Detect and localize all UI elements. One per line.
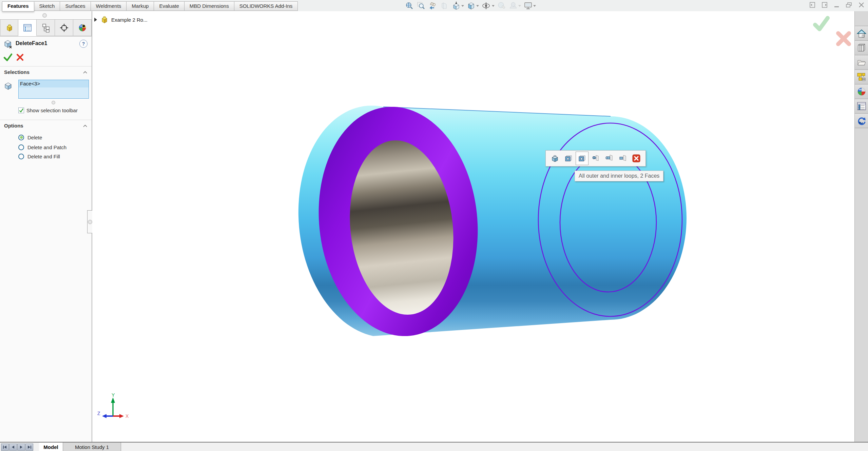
display-style-caret[interactable] — [476, 5, 479, 7]
tab-configurationmanager[interactable] — [37, 19, 55, 36]
menu-tab-markup[interactable]: Markup — [127, 1, 154, 11]
command-manager-tabs: Features Sketch Surfaces Weldments Marku… — [2, 1, 298, 12]
radio-delete-and-fill[interactable] — [18, 154, 24, 159]
tab-featuremanager-design-tree[interactable] — [0, 19, 18, 36]
show-selection-toolbar-row: Show selection toolbar — [18, 107, 78, 113]
confirmation-corner-cancel[interactable] — [835, 30, 852, 47]
divider — [0, 66, 92, 66]
task-pane-solidworks-resources[interactable] — [855, 114, 868, 128]
triad-z-label: Z — [97, 411, 100, 416]
tab-propertymanager[interactable] — [18, 19, 37, 36]
restore-icon[interactable] — [846, 2, 852, 8]
scroll-last-button[interactable] — [25, 444, 33, 451]
window-controls — [809, 2, 865, 8]
apply-scene-icon[interactable] — [508, 1, 522, 11]
listbox-resize-handle[interactable] — [52, 101, 55, 104]
document-name[interactable]: Example 2 Ro... — [111, 17, 148, 23]
menu-tab-surfaces[interactable]: Surfaces — [60, 1, 91, 11]
view-orientation-caret[interactable] — [461, 5, 464, 7]
close-icon[interactable] — [858, 2, 865, 8]
radio-delete[interactable] — [18, 135, 24, 140]
tab-displaymanager[interactable] — [73, 19, 92, 36]
manager-pane-tabs — [0, 19, 92, 37]
radio-delete-and-patch[interactable] — [18, 144, 24, 150]
scroll-first-button[interactable] — [1, 444, 9, 451]
scroll-previous-button[interactable] — [9, 444, 17, 451]
tab-model[interactable]: Model — [39, 443, 63, 451]
menu-tab-features[interactable]: Features — [2, 1, 34, 12]
selections-group-header[interactable]: Selections — [0, 68, 92, 77]
task-pane-file-explorer[interactable] — [855, 55, 868, 70]
confirmation-corner-ok[interactable] — [812, 15, 830, 33]
select-outer-loops-button[interactable] — [562, 152, 575, 165]
help-icon[interactable]: ? — [79, 40, 88, 48]
extend-selection-boss-button[interactable] — [603, 152, 616, 165]
hide-show-items-icon[interactable] — [481, 1, 495, 11]
collapse-panel-right-icon[interactable] — [822, 2, 828, 8]
task-pane-design-library[interactable] — [855, 41, 868, 55]
solidworks-window: Features Sketch Surfaces Weldments Marku… — [0, 0, 868, 451]
select-all-outer-and-inner-loops-button[interactable] — [576, 152, 589, 165]
extend-selection-plug-button[interactable] — [589, 152, 602, 165]
apply-scene-caret[interactable] — [518, 5, 521, 7]
menu-tab-sketch[interactable]: Sketch — [34, 1, 60, 11]
triad-x-label: X — [126, 413, 129, 419]
face-selection-icon — [4, 82, 13, 91]
show-selection-toolbar-label: Show selection toolbar — [26, 107, 78, 113]
edit-appearance-icon[interactable] — [497, 1, 507, 11]
options-group-header[interactable]: Options — [0, 122, 92, 131]
expand-tree-arrow-icon[interactable] — [94, 18, 97, 22]
part-document-icon — [100, 15, 109, 24]
selection-tooltip: All outer and inner loops, 2 Faces — [575, 171, 663, 181]
task-pane — [854, 11, 868, 442]
model-tabs-bar: Model Motion Study 1 — [0, 442, 868, 451]
face-selection-listbox[interactable]: Face<3> — [18, 80, 89, 99]
menu-tab-solidworks-addins[interactable]: SOLIDWORKS Add-Ins — [234, 1, 298, 11]
collapse-chevron-icon[interactable] — [83, 124, 88, 128]
select-part-faces-button[interactable] — [548, 152, 561, 165]
selected-face-item[interactable]: Face<3> — [19, 80, 89, 87]
selection-toolbar — [545, 150, 646, 166]
feature-title: DeleteFace1 — [16, 40, 47, 46]
show-selection-toolbar-checkbox[interactable] — [18, 107, 24, 113]
view-settings-icon[interactable] — [523, 1, 537, 11]
menu-tab-evaluate[interactable]: Evaluate — [154, 1, 184, 11]
tab-scroll-buttons — [1, 444, 33, 451]
minimize-icon[interactable] — [834, 2, 840, 8]
zoom-to-area-icon[interactable] — [416, 1, 426, 11]
task-pane-home[interactable] — [855, 26, 868, 41]
ok-button[interactable] — [3, 53, 13, 62]
display-style-icon[interactable] — [466, 1, 480, 11]
radio-delete-and-patch-label: Delete and Patch — [27, 144, 66, 150]
cancel-button[interactable] — [16, 53, 24, 62]
menu-tab-mbd-dimensions[interactable]: MBD Dimensions — [185, 1, 234, 11]
selections-group-title: Selections — [4, 69, 30, 75]
collapse-panel-left-icon[interactable] — [809, 2, 816, 8]
graphics-area[interactable]: Example 2 Ro... — [92, 11, 854, 442]
close-selection-toolbar-button[interactable] — [630, 152, 643, 165]
extend-selection-socket-button[interactable] — [616, 152, 629, 165]
radio-row-delete-and-patch: Delete and Patch — [18, 143, 90, 151]
tab-motion-study-1[interactable]: Motion Study 1 — [63, 443, 121, 451]
previous-view-icon[interactable] — [427, 1, 438, 11]
panel-splitter-grip[interactable] — [87, 210, 93, 233]
scroll-next-button[interactable] — [17, 444, 25, 451]
task-pane-appearances-scenes[interactable] — [855, 84, 868, 99]
hide-show-items-caret[interactable] — [492, 5, 495, 7]
task-pane-view-palette[interactable] — [855, 70, 868, 84]
triad-y-label: Y — [112, 393, 115, 398]
top-bar: Features Sketch Surfaces Weldments Marku… — [0, 0, 868, 12]
menu-tab-weldments[interactable]: Weldments — [91, 1, 127, 11]
section-view-icon[interactable] — [440, 1, 450, 11]
model-3d-tube[interactable] — [92, 11, 854, 442]
property-manager-header: DeleteFace1 ? — [0, 38, 92, 50]
panel-collapse-handle[interactable] — [42, 13, 47, 18]
zoom-to-fit-icon[interactable] — [404, 1, 414, 11]
radio-delete-label: Delete — [27, 135, 42, 140]
task-pane-custom-properties[interactable] — [855, 99, 868, 114]
view-settings-caret[interactable] — [533, 5, 536, 7]
options-group-title: Options — [4, 123, 23, 129]
view-orientation-icon[interactable] — [451, 1, 465, 11]
collapse-chevron-icon[interactable] — [83, 71, 88, 74]
tab-dimxpertmanager[interactable] — [55, 19, 73, 36]
